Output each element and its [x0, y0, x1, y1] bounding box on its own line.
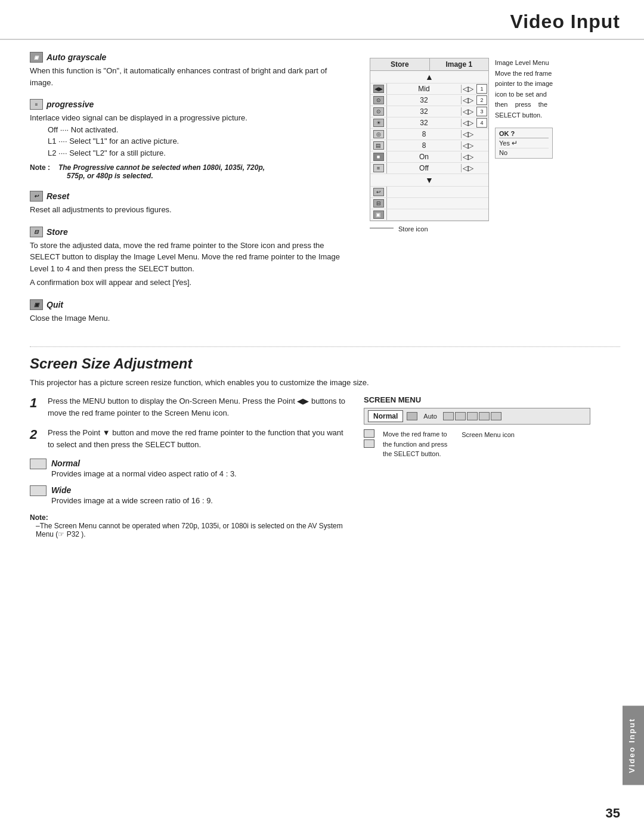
menu-icon-1: ⊙: [370, 95, 387, 106]
red-frame-icons: [364, 429, 374, 459]
rf-icon-1: [364, 429, 374, 438]
menu-store-label1: [387, 191, 475, 193]
menu-arrow-3: ◁▷: [461, 119, 474, 127]
store-title: ⊟ Store: [30, 227, 352, 237]
menu-icon-4: ◎: [370, 129, 387, 140]
normal-mode-title: Normal: [51, 459, 237, 468]
progressive-items: Off ···· Not activated. L1 ···· Select "…: [30, 124, 352, 159]
page-title: Video Input: [24, 11, 620, 33]
menu-row-1: ⊙ 32 ◁▷ 2: [370, 95, 488, 106]
menu-down-arrow-icon: ▼: [425, 175, 434, 185]
progressive-note-label: Note :: [30, 163, 56, 172]
screen-menu-move-text: Move the red frame tothe function and pr…: [383, 429, 447, 459]
store-text2: A confirmation box will appear and selec…: [30, 277, 352, 289]
steps-area: 1 Press the MENU button to display the O…: [30, 395, 620, 538]
menu-store-row2: ⊟: [370, 198, 488, 209]
screen-normal-button: Normal: [368, 410, 403, 422]
menu-label-4: 8: [387, 129, 461, 140]
page-number: 35: [606, 806, 620, 821]
menu-row-6: ■ On ◁▷: [370, 151, 488, 163]
step-1: 1 Press the MENU button to display the O…: [30, 395, 346, 419]
menu-store-icon2: ⊟: [370, 198, 387, 209]
confirm-ok: OK ?: [499, 129, 549, 138]
menu-icon-6: ■: [370, 151, 387, 162]
step-2: 2 Press the Point ▼ button and move the …: [30, 427, 346, 450]
menu-icon-3: ☀: [370, 117, 387, 128]
wide-mode-title: Wide: [51, 485, 213, 495]
bottom-note-text: –The Screen Menu cannot be operated when…: [30, 522, 346, 538]
menu-icon-7: ≡: [370, 163, 387, 174]
progressive-note-text: The Progressive cannot be selected when …: [58, 163, 265, 172]
confirm-box: OK ? Yes ↵ No: [495, 128, 553, 159]
reset-text: Reset all adjustments to previous figure…: [30, 204, 352, 216]
screen-menu-move-area: Move the red frame tothe function and pr…: [364, 429, 590, 459]
quit-section: ▣ Quit Close the Image Menu.: [30, 299, 352, 324]
steps-right: SCREEN MENU Normal Auto: [364, 395, 590, 538]
auto-grayscale-section: ▣ Auto grayscale When this function is "…: [30, 52, 352, 88]
screen-size-section: Screen Size Adjustment This projector ha…: [30, 346, 620, 538]
menu-store-icon1: ↩: [370, 187, 387, 197]
quit-icon: ▣: [30, 299, 43, 310]
reset-section: ↩ Reset Reset all adjustments to previou…: [30, 191, 352, 216]
store-section: ⊟ Store To store the adjusted data, move…: [30, 227, 352, 289]
normal-mode-icon: [30, 459, 47, 469]
screen-bar-icon1: [407, 412, 417, 420]
menu-down-arrow-row: ▼: [370, 174, 488, 187]
menu-up-arrow-icon: ▲: [425, 72, 434, 82]
menu-arrow-7: ◁▷: [461, 164, 474, 172]
confirm-yes: Yes ↵: [499, 138, 549, 148]
menu-side-1: 2: [475, 95, 488, 105]
screen-size-title: Screen Size Adjustment: [30, 355, 620, 372]
rf-icon-2: [364, 439, 374, 448]
sm-icon-3: [467, 412, 478, 420]
step-2-text: Press the Point ▼ button and move the re…: [48, 427, 346, 450]
step-1-text: Press the MENU button to display the On-…: [48, 395, 346, 419]
wide-mode-info: Wide Provides image at a wide screen rat…: [51, 485, 213, 505]
menu-arrow-4: ◁▷: [461, 130, 474, 138]
bottom-note-title: Note:: [30, 513, 346, 522]
screen-size-intro: This projector has a picture screen resi…: [30, 378, 620, 387]
sm-icon-4: [479, 412, 490, 420]
enter-arrow-icon: ↵: [512, 139, 518, 147]
menu-side-3: 4: [475, 118, 488, 128]
normal-mode-text: Provides image at a normal video aspect …: [51, 469, 237, 478]
menu-arrow-1: ◁▷: [461, 96, 474, 104]
auto-grayscale-icon: ▣: [30, 52, 43, 63]
menu-store-label3: [387, 213, 475, 216]
wide-mode-section: Wide Provides image at a wide screen rat…: [30, 485, 346, 505]
menu-arrow-6: ◁▷: [461, 153, 474, 161]
menu-label-7: Off: [387, 163, 461, 174]
steps-left: 1 Press the MENU button to display the O…: [30, 395, 346, 538]
menu-label-2: 32: [387, 106, 461, 117]
menu-header-image1: Image 1: [430, 58, 489, 70]
menu-row-4: ◎ 8 ◁▷: [370, 129, 488, 140]
screen-menu-icon-label: Screen Menu icon: [462, 431, 515, 438]
normal-mode-info: Normal Provides image at a normal video …: [51, 459, 237, 478]
right-side-area: Image Level MenuMove the red framepointe…: [495, 58, 553, 159]
image-level-menu-box: Store Image 1 ▲ ◀▶ Mid ◁▷ 1: [370, 58, 489, 221]
store-icon-row: Store icon: [370, 224, 489, 233]
progressive-item-0: Off ···· Not activated.: [48, 124, 352, 136]
top-section: ▣ Auto grayscale When this function is "…: [30, 52, 620, 335]
menu-diagram: Store Image 1 ▲ ◀▶ Mid ◁▷ 1: [370, 58, 489, 233]
menu-up-arrow-row: ▲: [370, 71, 488, 83]
menu-store-icon3: ▣: [370, 209, 387, 220]
menu-label-0: Mid: [387, 83, 461, 94]
progressive-item-2: L2 ···· Select "L2" for a still picture.: [48, 147, 352, 159]
right-column: Store Image 1 ▲ ◀▶ Mid ◁▷ 1: [370, 52, 590, 335]
menu-icon-2: ⊙: [370, 106, 387, 117]
menu-side-2: 3: [475, 107, 488, 116]
progressive-text: Interlace video signal can be displayed …: [30, 112, 352, 124]
screen-menu-move-info: Move the red frame tothe function and pr…: [383, 429, 447, 459]
menu-label-3: 32: [387, 117, 461, 128]
left-column: ▣ Auto grayscale When this function is "…: [30, 52, 352, 335]
menu-header-store: Store: [370, 58, 430, 70]
menu-header: Store Image 1: [370, 58, 488, 71]
page-header: Video Input: [0, 0, 644, 40]
side-tab: Video Input: [623, 706, 644, 785]
store-icon-label-text: Store icon: [398, 225, 428, 233]
screen-menu-bar: Normal Auto: [364, 408, 590, 425]
menu-arrow-0: ◁▷: [461, 85, 474, 93]
screen-auto-label: Auto: [421, 412, 439, 420]
menu-label-1: 32: [387, 95, 461, 106]
